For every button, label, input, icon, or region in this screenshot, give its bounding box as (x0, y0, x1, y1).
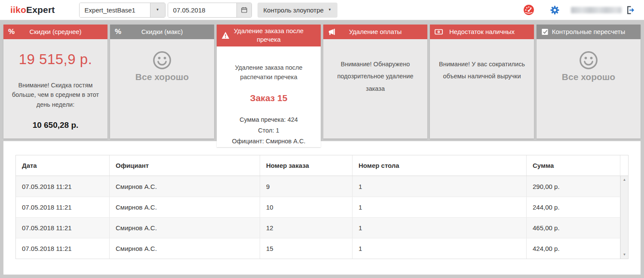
payment-deletion-message: Внимание! Обнаружено подозрительное удал… (330, 58, 420, 95)
cell-order-number: 12 (260, 218, 353, 238)
dashboard-button[interactable] (523, 4, 534, 15)
cell-waiter: Смирнов А.С. (110, 218, 260, 238)
table-row: 07.05.2018 11:21 Смирнов А.С. 9 1 290,00… (16, 176, 628, 197)
date-input[interactable]: 07.05.2018 (168, 3, 236, 17)
waiter-name: Официант: Смирнов А.С. (224, 136, 314, 147)
calendar-button[interactable] (236, 3, 251, 17)
table-row: 07.05.2018 11:21 Смирнов А.С. 10 1 244,0… (16, 197, 628, 217)
card-control-recounts-body: Все хорошо (537, 39, 641, 139)
chevron-down-icon: ▼ (328, 8, 331, 12)
report-type-dropdown[interactable]: Контроль злоупотре ▼ (258, 3, 337, 18)
scroll-down-icon[interactable]: ▼ (623, 253, 626, 256)
card-discounts-max-body: Все хорошо (110, 39, 214, 139)
scroll-up-icon[interactable]: ▲ (623, 178, 626, 182)
card-order-deletion-precheck-header[interactable]: Удаление заказа после пречека (217, 25, 321, 46)
col-header-table-number: Номер стола (353, 155, 527, 176)
cell-order-number: 10 (260, 197, 353, 217)
percent-icon: % (115, 27, 121, 37)
warning-icon (221, 31, 230, 39)
card-title: Удаление заказа после пречека (228, 27, 310, 44)
detail-panel: Дата Официант Номер заказа Номер стола С… (3, 141, 641, 275)
card-cash-shortage[interactable]: Недостаток наличных Внимание! У вас сокр… (430, 25, 534, 139)
cell-table-number: 1 (353, 197, 527, 217)
card-cash-shortage-header[interactable]: Недостаток наличных (430, 25, 534, 39)
banknote-icon (435, 29, 443, 35)
card-discounts-max[interactable]: % Скидки (макс) Все хорошо (110, 25, 214, 139)
card-discounts-average-header[interactable]: % Скидки (среднее) (3, 25, 107, 39)
card-order-deletion-precheck-body: Удаление заказа после распечатки пречека… (217, 46, 321, 147)
logout-button[interactable] (626, 5, 635, 15)
chevron-down-icon: ▼ (156, 8, 159, 12)
table-body: 07.05.2018 11:21 Смирнов А.С. 9 1 290,00… (16, 176, 628, 259)
smiley-icon (579, 50, 598, 70)
table-number: Стол: 1 (224, 125, 314, 136)
ok-status-text: Все хорошо (135, 72, 189, 82)
base-select[interactable]: Expert_testBase1 ▼ (79, 3, 166, 18)
card-payment-deletion-header[interactable]: Удаление оплаты (323, 25, 427, 39)
order-number-label: Заказ 15 (224, 93, 314, 103)
speedometer-icon (523, 4, 534, 15)
cell-waiter: Смирнов А.С. (110, 176, 260, 197)
card-payment-deletion[interactable]: Удаление оплаты Внимание! Обнаружено под… (323, 25, 427, 139)
col-header-waiter: Официант (110, 155, 260, 176)
cell-date: 07.05.2018 11:21 (16, 238, 110, 259)
card-title: Скидки (среднее) (29, 28, 81, 36)
discount-average-value: 19 515,9 р. (10, 51, 101, 68)
base-select-caret-button[interactable]: ▼ (150, 3, 165, 17)
topbar: iikoExpert Expert_testBase1 ▼ 07.05.2018… (0, 0, 644, 20)
table-row: 07.05.2018 11:21 Смирнов А.С. 15 1 424,0… (16, 238, 628, 259)
cell-sum: 244,00 р. (527, 197, 620, 217)
cash-shortage-message: Внимание! У вас сократились объемы налич… (437, 58, 527, 83)
gear-icon (550, 5, 560, 15)
card-title: Недостаток наличных (449, 28, 515, 36)
cell-date: 07.05.2018 11:21 (16, 176, 110, 197)
discount-average-message: Внимание! Скидка гостям больше, чем в ср… (10, 80, 101, 109)
topbar-right (523, 4, 635, 15)
col-header-sum: Сумма (527, 155, 620, 176)
checkbox-icon (541, 28, 549, 36)
app-logo: iikoExpert (10, 5, 55, 15)
discount-average-reference-value: 10 650,28 р. (10, 120, 101, 130)
card-discounts-max-header[interactable]: % Скидки (макс) (110, 25, 214, 39)
card-discounts-average-body: 19 515,9 р. Внимание! Скидка гостям боль… (3, 39, 107, 139)
smiley-icon (152, 50, 172, 70)
alert-cards-row: % Скидки (среднее) 19 515,9 р. Внимание!… (3, 25, 641, 139)
megaphone-icon (328, 28, 336, 36)
cell-waiter: Смирнов А.С. (110, 238, 260, 259)
percent-icon: % (8, 27, 15, 37)
logo-part-dark: Expert (26, 5, 55, 15)
col-header-date: Дата (16, 155, 110, 176)
date-picker[interactable]: 07.05.2018 (168, 3, 252, 18)
settings-button[interactable] (550, 5, 560, 15)
calendar-icon (241, 6, 248, 13)
cell-sum: 465,00 р. (527, 218, 620, 238)
cell-order-number: 15 (260, 238, 353, 259)
table-scrollbar[interactable]: ▲ ▼ (620, 176, 628, 259)
orders-table: Дата Официант Номер заказа Номер стола С… (15, 155, 629, 259)
cell-table-number: 1 (353, 238, 527, 259)
cell-table-number: 1 (353, 218, 527, 238)
cell-sum: 290,00 р. (527, 176, 620, 197)
precheck-sum: Сумма пречека: 424 (224, 114, 314, 125)
cell-order-number: 9 (260, 176, 353, 197)
cell-date: 07.05.2018 11:21 (16, 197, 110, 217)
card-control-recounts-header[interactable]: Контрольные пересчеты (537, 25, 641, 39)
table-row: 07.05.2018 11:21 Смирнов А.С. 12 1 465,0… (16, 217, 628, 238)
table-header-row: Дата Официант Номер заказа Номер стола С… (16, 155, 628, 176)
card-order-deletion-precheck[interactable]: Удаление заказа после пречека Удаление з… (217, 25, 321, 147)
logo-part-red: iiko (10, 5, 26, 15)
precheck-message: Удаление заказа после распечатки пречека (224, 63, 314, 82)
card-discounts-average[interactable]: % Скидки (среднее) 19 515,9 р. Внимание!… (3, 25, 107, 139)
ok-status-text: Все хорошо (562, 72, 615, 82)
base-select-value[interactable]: Expert_testBase1 (80, 3, 150, 17)
card-title: Скидки (макс) (141, 28, 183, 36)
card-cash-shortage-body: Внимание! У вас сократились объемы налич… (430, 39, 534, 139)
logout-icon (626, 5, 635, 15)
card-title: Контрольные пересчеты (552, 28, 626, 36)
cell-sum: 424,00 р. (527, 238, 620, 259)
card-control-recounts[interactable]: Контрольные пересчеты Все хорошо (537, 25, 641, 139)
col-header-order-number: Номер заказа (260, 155, 353, 176)
card-title: Удаление оплаты (349, 28, 402, 36)
order-details: Сумма пречека: 424 Стол: 1 Официант: Сми… (224, 114, 314, 146)
cell-waiter: Смирнов А.С. (110, 197, 260, 217)
